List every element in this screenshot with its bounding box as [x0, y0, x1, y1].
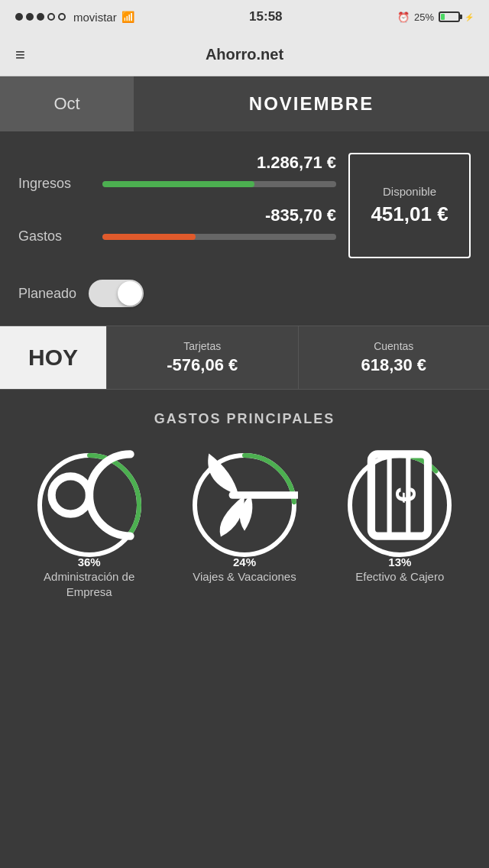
gastos-row: -835,70 € Gastos	[18, 206, 336, 245]
circle-chart-efectivo: € 13%	[346, 452, 453, 559]
ingresos-label: Ingresos	[18, 176, 95, 192]
gasto-item-efectivo[interactable]: € 13% Efectivo & Cajero	[331, 452, 468, 599]
today-label: HOY	[28, 345, 78, 371]
person-icon	[36, 442, 143, 552]
disponible-label: Disponible	[383, 185, 436, 198]
ingresos-row: 1.286,71 € Ingresos	[18, 153, 336, 192]
status-left: movistar 📶	[15, 11, 134, 24]
percent-efectivo: 13%	[388, 555, 411, 568]
gastos-label: Gastos	[18, 228, 95, 245]
signal-dot-3	[37, 13, 44, 21]
circle-chart-viajes: 24%	[191, 452, 298, 559]
tarjetas-value: -576,06 €	[167, 355, 238, 375]
status-time: 15:58	[249, 9, 282, 24]
tarjetas-cell[interactable]: Tarjetas -576,06 €	[107, 326, 299, 389]
gastos-amount: -835,70 €	[18, 206, 336, 225]
gastos-progress-fill	[102, 234, 196, 240]
gasto-item-viajes[interactable]: 24% Viajes & Vacaciones	[176, 452, 313, 599]
circle-inner-efectivo: € 13%	[346, 452, 453, 559]
today-row: HOY Tarjetas -576,06 € Cuentas 618,30 €	[0, 326, 489, 390]
menu-icon[interactable]: ≡	[15, 47, 25, 63]
current-month-tab[interactable]: NOVIEMBRE	[134, 76, 489, 131]
ingresos-progress-bar	[102, 181, 336, 187]
ingresos-amount: 1.286,71 €	[18, 153, 336, 173]
gasto-item-admin[interactable]: 36% Administración de Empresa	[21, 452, 158, 599]
summary-left: 1.286,71 € Ingresos -835,70 € Gastos	[18, 153, 336, 258]
planeado-toggle[interactable]	[89, 280, 144, 307]
summary-section: 1.286,71 € Ingresos -835,70 € Gastos Dis…	[0, 131, 489, 274]
prev-month-tab[interactable]: Oct	[0, 76, 134, 131]
svg-text:€: €	[390, 487, 422, 504]
month-tabs: Oct NOVIEMBRE	[0, 76, 489, 131]
alarm-icon: ⏰	[397, 11, 410, 23]
battery-percent: 25%	[414, 11, 434, 23]
gastos-label-row: Gastos	[18, 228, 336, 245]
wifi-icon: 📶	[121, 11, 134, 23]
status-right: ⏰ 25% ⚡	[397, 11, 474, 23]
cuentas-label: Cuentas	[374, 340, 413, 352]
current-month-label: NOVIEMBRE	[249, 93, 374, 115]
battery-bolt-icon: ⚡	[465, 13, 474, 21]
carrier-label: movistar	[73, 11, 117, 24]
circle-inner-admin: 36%	[36, 452, 143, 559]
palm-icon	[191, 442, 298, 552]
disponible-box: Disponible 451,01 €	[348, 153, 471, 258]
today-cell: HOY	[0, 326, 107, 389]
disponible-amount: 451,01 €	[371, 202, 448, 226]
signal-dot-4	[47, 13, 55, 21]
gasto-name-admin: Administración de Empresa	[21, 569, 158, 599]
ingresos-label-row: Ingresos	[18, 176, 336, 192]
euro-icon: €	[346, 442, 453, 552]
percent-admin: 36%	[78, 555, 101, 568]
ingresos-progress-fill	[102, 181, 254, 187]
gastos-title: GASTOS PRINCIPALES	[15, 411, 474, 427]
gastos-progress-bar	[102, 234, 336, 240]
signal-dots	[15, 13, 66, 21]
percent-viajes: 24%	[233, 555, 256, 568]
status-bar: movistar 📶 15:58 ⏰ 25% ⚡	[0, 0, 489, 34]
app-title: Ahorro.net	[206, 46, 283, 63]
circle-inner-viajes: 24%	[191, 452, 298, 559]
gastos-section: GASTOS PRINCIPALES 36%	[0, 390, 489, 622]
planeado-row: Planeado	[0, 274, 489, 326]
toggle-knob	[118, 281, 142, 306]
tarjetas-label: Tarjetas	[183, 340, 221, 352]
signal-dot-5	[58, 13, 66, 21]
cuentas-cell[interactable]: Cuentas 618,30 €	[299, 326, 490, 389]
signal-dot-1	[15, 13, 23, 21]
gasto-name-efectivo: Efectivo & Cajero	[355, 569, 444, 585]
svg-point-0	[51, 476, 89, 513]
signal-dot-2	[26, 13, 34, 21]
planeado-label: Planeado	[18, 286, 76, 302]
gasto-name-viajes: Viajes & Vacaciones	[193, 569, 296, 585]
cuentas-value: 618,30 €	[361, 355, 426, 375]
gastos-grid: 36% Administración de Empresa	[15, 452, 474, 599]
nav-bar: ≡ Ahorro.net	[0, 34, 489, 76]
battery-fill	[441, 14, 445, 20]
prev-month-label: Oct	[53, 94, 79, 114]
battery-icon	[439, 11, 460, 22]
circle-chart-admin: 36%	[36, 452, 143, 559]
